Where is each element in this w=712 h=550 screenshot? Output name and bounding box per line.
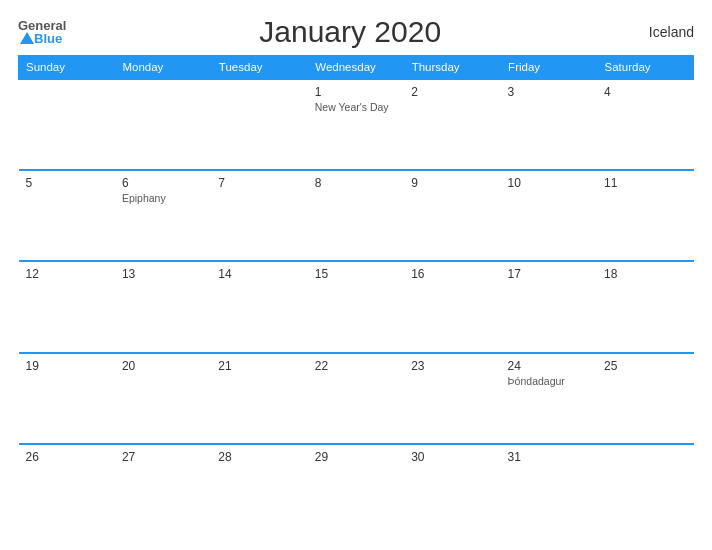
- calendar-cell: 7: [211, 170, 307, 261]
- calendar-cell: 2: [404, 79, 500, 170]
- calendar-week-row: 192021222324Þóndadagur25: [19, 353, 694, 444]
- day-number: 1: [315, 85, 397, 99]
- day-number: 18: [604, 267, 686, 281]
- calendar-cell: 4: [597, 79, 693, 170]
- header: General Blue January 2020 Iceland: [18, 15, 694, 49]
- header-thursday: Thursday: [404, 56, 500, 80]
- calendar-cell: 22: [308, 353, 404, 444]
- day-number: 4: [604, 85, 686, 99]
- calendar-cell: [115, 79, 211, 170]
- header-saturday: Saturday: [597, 56, 693, 80]
- day-number: 17: [508, 267, 590, 281]
- calendar-cell: 3: [501, 79, 597, 170]
- day-number: 28: [218, 450, 300, 464]
- calendar-cell: 5: [19, 170, 115, 261]
- calendar-cell: 27: [115, 444, 211, 535]
- day-number: 26: [26, 450, 108, 464]
- header-monday: Monday: [115, 56, 211, 80]
- calendar-week-row: 12131415161718: [19, 261, 694, 352]
- day-number: 2: [411, 85, 493, 99]
- day-number: 5: [26, 176, 108, 190]
- calendar-cell: 26: [19, 444, 115, 535]
- calendar-cell: 17: [501, 261, 597, 352]
- weekday-header-row: Sunday Monday Tuesday Wednesday Thursday…: [19, 56, 694, 80]
- calendar-cell: 13: [115, 261, 211, 352]
- calendar-cell: 15: [308, 261, 404, 352]
- day-number: 12: [26, 267, 108, 281]
- calendar-cell: 28: [211, 444, 307, 535]
- calendar-cell: 31: [501, 444, 597, 535]
- calendar-cell: 10: [501, 170, 597, 261]
- day-number: 25: [604, 359, 686, 373]
- calendar-cell: 20: [115, 353, 211, 444]
- day-number: 22: [315, 359, 397, 373]
- calendar-cell: 1New Year's Day: [308, 79, 404, 170]
- calendar-cell: 8: [308, 170, 404, 261]
- calendar-cell: [597, 444, 693, 535]
- event-text: Þóndadagur: [508, 375, 590, 387]
- logo: General Blue: [18, 19, 66, 45]
- day-number: 3: [508, 85, 590, 99]
- calendar-cell: 29: [308, 444, 404, 535]
- country-label: Iceland: [634, 24, 694, 40]
- calendar-cell: 14: [211, 261, 307, 352]
- day-number: 8: [315, 176, 397, 190]
- day-number: 15: [315, 267, 397, 281]
- calendar-cell: 24Þóndadagur: [501, 353, 597, 444]
- calendar-cell: [19, 79, 115, 170]
- day-number: 31: [508, 450, 590, 464]
- calendar-cell: 18: [597, 261, 693, 352]
- calendar-body: 1New Year's Day23456Epiphany789101112131…: [19, 79, 694, 535]
- calendar-cell: 16: [404, 261, 500, 352]
- calendar-cell: 30: [404, 444, 500, 535]
- day-number: 27: [122, 450, 204, 464]
- calendar-week-row: 262728293031: [19, 444, 694, 535]
- calendar-cell: 6Epiphany: [115, 170, 211, 261]
- calendar-table: Sunday Monday Tuesday Wednesday Thursday…: [18, 55, 694, 535]
- day-number: 14: [218, 267, 300, 281]
- calendar-week-row: 56Epiphany7891011: [19, 170, 694, 261]
- calendar-title: January 2020: [66, 15, 634, 49]
- day-number: 11: [604, 176, 686, 190]
- header-sunday: Sunday: [19, 56, 115, 80]
- calendar-cell: 9: [404, 170, 500, 261]
- header-tuesday: Tuesday: [211, 56, 307, 80]
- event-text: New Year's Day: [315, 101, 397, 113]
- event-text: Epiphany: [122, 192, 204, 204]
- calendar-cell: 12: [19, 261, 115, 352]
- calendar-week-row: 1New Year's Day234: [19, 79, 694, 170]
- day-number: 23: [411, 359, 493, 373]
- day-number: 24: [508, 359, 590, 373]
- calendar-cell: 23: [404, 353, 500, 444]
- logo-blue-text: Blue: [34, 32, 62, 45]
- header-wednesday: Wednesday: [308, 56, 404, 80]
- day-number: 6: [122, 176, 204, 190]
- day-number: 21: [218, 359, 300, 373]
- day-number: 30: [411, 450, 493, 464]
- day-number: 13: [122, 267, 204, 281]
- day-number: 10: [508, 176, 590, 190]
- calendar-cell: 11: [597, 170, 693, 261]
- day-number: 16: [411, 267, 493, 281]
- calendar-cell: 21: [211, 353, 307, 444]
- calendar-header: Sunday Monday Tuesday Wednesday Thursday…: [19, 56, 694, 80]
- calendar-cell: [211, 79, 307, 170]
- calendar-cell: 25: [597, 353, 693, 444]
- day-number: 29: [315, 450, 397, 464]
- day-number: 19: [26, 359, 108, 373]
- logo-blue-row: Blue: [18, 32, 62, 45]
- day-number: 9: [411, 176, 493, 190]
- logo-triangle-icon: [20, 32, 34, 44]
- day-number: 20: [122, 359, 204, 373]
- day-number: 7: [218, 176, 300, 190]
- calendar-container: General Blue January 2020 Iceland Sunday…: [0, 0, 712, 550]
- header-friday: Friday: [501, 56, 597, 80]
- calendar-cell: 19: [19, 353, 115, 444]
